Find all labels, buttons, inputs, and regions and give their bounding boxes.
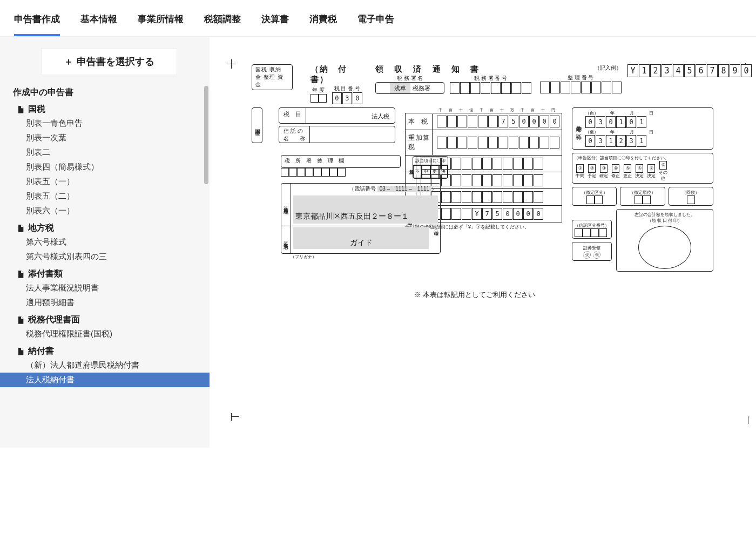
receipt-title: 領 収 済 通 知 書 <box>375 64 531 75</box>
sidebar-item[interactable]: 第六号様式 <box>0 235 210 249</box>
add-form-button[interactable]: ＋ 申告書を選択する <box>41 48 177 75</box>
sama-label: 様（御中） <box>431 226 440 253</box>
period-from: 030101 <box>585 116 653 128</box>
sidebar-item[interactable]: 別表四（簡易様式） <box>0 160 210 174</box>
sidebar-item[interactable]: 適用額明細書 <box>0 295 210 310</box>
addr-label: 住所（所在地） <box>281 184 291 226</box>
tax-item-label: 税 目 <box>279 108 306 123</box>
tab-0[interactable]: 申告書作成 <box>14 13 60 36</box>
sidebar-item[interactable]: 別表五（二） <box>0 189 210 204</box>
tab-2[interactable]: 事業所情報 <box>138 13 184 36</box>
example-digits: ¥1234567890 <box>627 64 752 77</box>
seiri-label: 整 理 番 号 <box>540 74 622 82</box>
tab-6[interactable]: 電子申告 <box>357 13 394 36</box>
shouken-label: 証券受領 <box>583 246 600 251</box>
sidebar-group: 国税 <box>0 99 210 116</box>
transcribe-note: ※ 本表は転記用としてご利用ください <box>414 290 535 300</box>
seiri-digits <box>540 82 622 93</box>
fund-box: 国税 収納 金 整理 資金 <box>252 64 293 90</box>
office-no-digits <box>450 82 531 94</box>
office-no-label: 税 務 署 番 号 <box>450 75 531 82</box>
period-to: 031231 <box>585 135 653 147</box>
tab-4[interactable]: 決算書 <box>261 13 289 36</box>
tel-value: 03 – 1111 – 1111 <box>377 186 431 192</box>
address-value: 東京都品川区西五反田２ー８ー１ <box>293 195 438 224</box>
sidebar-item[interactable]: 第六号様式別表四の三 <box>0 249 210 264</box>
document-area: 国税 収納 金 整理 資金 （納 付 書） 年 度 税 目 番 号 030 <box>210 37 756 448</box>
item-label: 税 目 番 号 <box>332 85 362 92</box>
due-mark-label: 該当項目に〇印 <box>413 157 448 165</box>
sidebar-scrollbar[interactable] <box>204 86 208 184</box>
sidebar-item[interactable]: 別表一次葉 <box>0 131 210 145</box>
plus-icon: ＋ <box>64 56 73 67</box>
sidebar: ＋ 申告書を選択する 作成中の申告書 国税別表一青色申告別表一次葉別表二別表四（… <box>0 37 210 448</box>
tab-5[interactable]: 消費税 <box>309 13 337 36</box>
tax-item-value: 法人税 <box>306 108 395 123</box>
sidebar-group: 地方税 <box>0 218 210 235</box>
year-label: 年 度 <box>310 86 327 94</box>
sidebar-item[interactable]: 法人税納付書 <box>0 373 210 387</box>
office-suffix: 税務署 <box>413 84 430 92</box>
payment-slip: 国税 収納 金 整理 資金 （納 付 書） 年 度 税 目 番 号 030 <box>252 64 752 272</box>
name-label: 氏名（法人名） <box>281 226 291 253</box>
sidebar-item[interactable]: 別表二 <box>0 145 210 160</box>
sidebar-group: 納付書 <box>0 341 210 358</box>
office-name: 浅草 <box>390 83 410 93</box>
sidebar-group: 添付書類 <box>0 264 210 281</box>
period-title: 納期等の区分 <box>575 110 582 141</box>
sidebar-group: 税務代理書面 <box>0 310 210 327</box>
shinkoku-label: （申告区分）該当項目に〇印を付してください。 <box>574 155 711 161</box>
sidebar-item[interactable]: 税務代理権限証書(国税) <box>0 327 210 341</box>
office-name-label: 税 務 署 名 <box>375 75 444 82</box>
sidebar-item[interactable]: 法人事業概況説明書 <box>0 281 210 295</box>
sidebar-heading: 作成中の申告書 <box>0 84 210 99</box>
receipt-seal <box>638 226 691 269</box>
trust-no-label: （信託区分番号） <box>575 223 609 228</box>
furigana-label: （フリガナ） <box>291 254 441 260</box>
add-form-label: 申告書を選択する <box>77 56 154 67</box>
trust-label: 信 託 の 名 称 <box>279 126 310 143</box>
sidebar-item[interactable]: 別表六（一） <box>0 204 210 218</box>
from-label: （自） <box>585 110 598 116</box>
to-label: （至） <box>585 129 598 135</box>
tabs: 申告書作成 基本情報 事業所情報 税額調整 決算書 消費税 電子申告 <box>0 0 756 37</box>
sidebar-item[interactable]: （新）法人都道府県民税納付書 <box>0 358 210 373</box>
tab-3[interactable]: 税額調整 <box>204 13 241 36</box>
sidebar-item[interactable]: 別表一青色申告 <box>0 116 210 131</box>
tab-1[interactable]: 基本情報 <box>80 13 117 36</box>
noufu-title: （納 付 書） <box>310 64 362 85</box>
name-value: ガイド <box>293 227 429 249</box>
seiri-box: 税 所 署 整 理 欄 <box>281 155 401 168</box>
item-digits: 030 <box>332 92 362 104</box>
treasury-label: 国庫金 <box>252 107 262 143</box>
example-label: （記入例） <box>540 64 622 72</box>
sidebar-item[interactable]: 別表五（一） <box>0 174 210 189</box>
